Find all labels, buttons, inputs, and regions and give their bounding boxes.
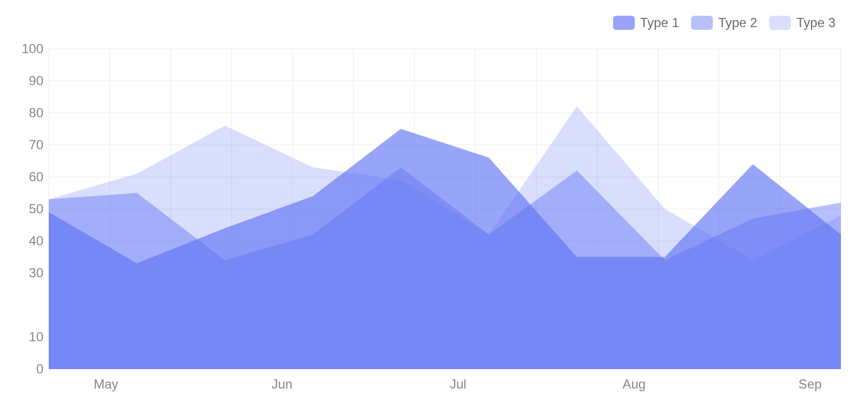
legend-item-type3[interactable]: Type 3 xyxy=(769,15,835,30)
area-chart-svg xyxy=(49,49,841,369)
y-tick-label: 70 xyxy=(11,137,43,152)
y-tick-label: 80 xyxy=(11,105,43,120)
legend-item-type2[interactable]: Type 2 xyxy=(691,15,757,30)
x-tick-label: Sep xyxy=(799,377,822,392)
legend-label: Type 2 xyxy=(718,15,757,30)
legend-label: Type 1 xyxy=(640,15,679,30)
y-tick-label: 0 xyxy=(11,361,43,377)
y-tick-label: 30 xyxy=(11,265,43,281)
y-tick-label: 90 xyxy=(11,73,43,88)
legend-item-type1[interactable]: Type 1 xyxy=(613,15,679,30)
y-tick-label: 100 xyxy=(11,41,43,56)
y-tick-label: 40 xyxy=(11,233,43,249)
plot-area: 01030405060708090100 MayJunJulAugSep xyxy=(49,49,841,369)
y-tick-label: 50 xyxy=(11,201,43,217)
y-tick-label: 60 xyxy=(11,169,43,185)
legend-label: Type 3 xyxy=(796,15,835,30)
y-tick-label: 10 xyxy=(11,329,43,345)
legend: Type 1 Type 2 Type 3 xyxy=(613,15,835,30)
legend-swatch-type1 xyxy=(613,16,635,30)
x-tick-label: Aug xyxy=(622,377,646,392)
chart-page: Type 1 Type 2 Type 3 0103040506070809010… xyxy=(0,0,868,394)
x-tick-label: Jul xyxy=(450,377,467,392)
x-tick-label: Jun xyxy=(272,377,293,392)
legend-swatch-type2 xyxy=(691,16,713,30)
x-tick-label: May xyxy=(94,377,118,392)
legend-swatch-type3 xyxy=(769,16,791,30)
